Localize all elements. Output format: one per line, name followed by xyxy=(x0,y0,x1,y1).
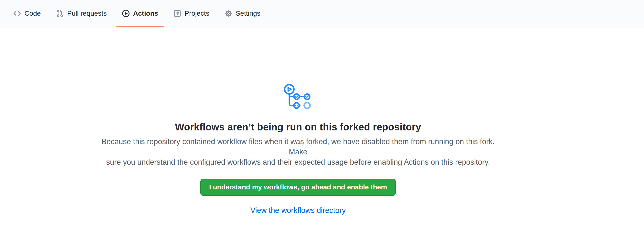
blankslate-description: Because this repository contained workfl… xyxy=(98,137,498,167)
description-line-1: Because this repository contained workfl… xyxy=(102,137,494,156)
tab-label: Pull requests xyxy=(67,10,107,17)
code-icon xyxy=(13,10,21,17)
view-workflows-directory-link[interactable]: View the workflows directory xyxy=(95,206,501,215)
description-line-2: sure you understand the configured workf… xyxy=(106,158,490,166)
enable-workflows-button[interactable]: I understand my workflows, go ahead and … xyxy=(200,179,396,196)
play-icon xyxy=(122,10,130,17)
git-pull-request-icon xyxy=(56,10,64,17)
tab-actions[interactable]: Actions xyxy=(116,0,164,27)
gear-icon xyxy=(224,10,232,17)
project-icon xyxy=(174,10,181,17)
repo-tab-bar: Code Pull requests Actions xyxy=(0,0,644,28)
blankslate-title: Workflows aren’t being run on this forke… xyxy=(95,122,501,133)
tab-label: Projects xyxy=(185,10,209,17)
tab-label: Settings xyxy=(236,10,260,17)
tab-projects[interactable]: Projects xyxy=(168,0,215,27)
tab-label: Actions xyxy=(133,10,158,17)
tab-code[interactable]: Code xyxy=(7,0,47,27)
workflow-graph-icon xyxy=(284,84,312,109)
tab-settings[interactable]: Settings xyxy=(219,0,266,27)
actions-blankslate: Workflows aren’t being run on this forke… xyxy=(0,28,644,215)
tab-label: Code xyxy=(24,10,41,17)
tab-pull-requests[interactable]: Pull requests xyxy=(50,0,113,27)
